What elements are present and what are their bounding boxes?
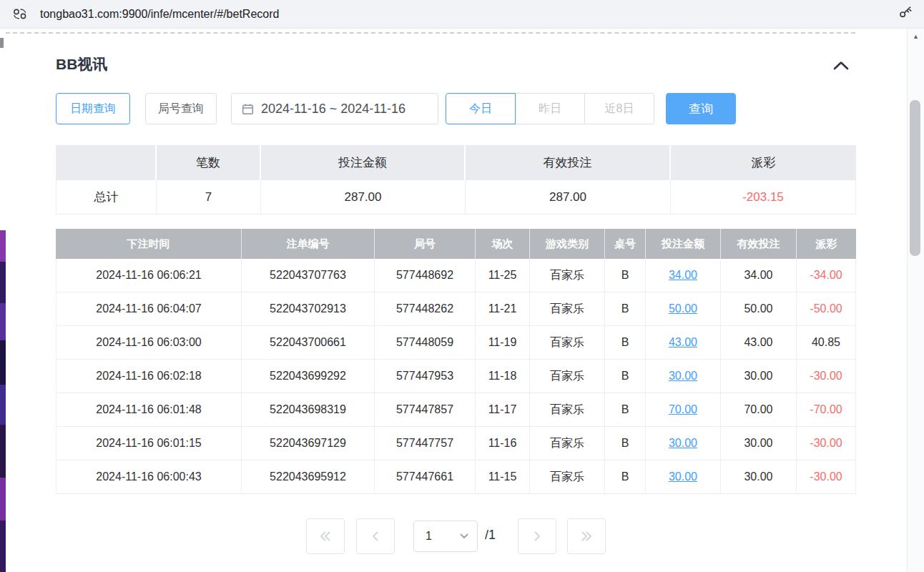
bet-amount-link[interactable]: 30.00 <box>669 470 697 483</box>
payout-cell: -30.00 <box>797 360 856 393</box>
order-no-cell: 522043700661 <box>242 326 375 360</box>
collapse-chevron-up-icon[interactable] <box>828 56 854 74</box>
session-cell: 11-16 <box>476 427 530 460</box>
next-page-button[interactable] <box>518 518 556 554</box>
table-row: 2024-11-16 06:01:48 522043698319 5774478… <box>56 393 856 427</box>
date-range-value: 2024-11-16 ~ 2024-11-16 <box>261 102 406 117</box>
bet-record-table: 下注时间 注单编号 局号 场次 游戏类别 桌号 投注金额 有效投注 派彩 202… <box>56 229 856 494</box>
bet-amount-link[interactable]: 30.00 <box>669 370 697 383</box>
table-row: 2024-11-16 06:02:18 522043699292 5774479… <box>56 360 856 393</box>
col-session: 场次 <box>476 229 530 259</box>
search-button[interactable]: 查询 <box>666 93 736 124</box>
calendar-icon <box>242 103 254 115</box>
table-no-cell: B <box>605 259 646 292</box>
last-page-button[interactable] <box>567 518 606 554</box>
game-type-cell: 百家乐 <box>530 460 605 494</box>
payout-cell: -30.00 <box>797 460 856 494</box>
yesterday-button[interactable]: 昨日 <box>515 93 585 124</box>
chevron-right-icon <box>532 531 542 541</box>
account-switch-icon[interactable] <box>6 8 34 20</box>
bet-amount-link[interactable]: 50.00 <box>669 302 697 315</box>
summary-table: 笔数 投注金额 有效投注 派彩 总计 7 287.00 287.00 -203.… <box>56 145 856 214</box>
page-total-label: /1 <box>485 528 496 543</box>
round-no-cell: 577447953 <box>375 360 476 393</box>
valid-bet-cell: 34.00 <box>721 259 797 292</box>
order-no-cell: 522043698319 <box>242 393 375 427</box>
date-query-button[interactable]: 日期查询 <box>56 93 130 124</box>
round-no-cell: 577448692 <box>375 259 476 292</box>
summary-total-label: 总计 <box>56 180 157 214</box>
payout-cell: 40.85 <box>797 326 856 360</box>
password-key-icon[interactable] <box>898 6 914 21</box>
summary-header-blank <box>56 145 157 180</box>
valid-bet-cell: 50.00 <box>721 292 797 326</box>
round-no-cell: 577447661 <box>375 460 476 494</box>
table-row: 2024-11-16 06:04:07 522043702913 5774482… <box>56 292 856 326</box>
bet-time-cell: 2024-11-16 06:01:48 <box>56 393 242 427</box>
prev-page-button[interactable] <box>356 518 395 554</box>
dashed-divider <box>6 32 855 34</box>
col-table-no: 桌号 <box>605 229 646 259</box>
summary-header-bet-amount: 投注金额 <box>261 145 466 180</box>
bet-time-cell: 2024-11-16 06:01:15 <box>56 427 242 460</box>
payout-cell: -34.00 <box>797 259 856 292</box>
vertical-scrollbar[interactable]: ▲ <box>907 29 924 572</box>
col-order-no: 注单编号 <box>242 229 375 259</box>
round-no-cell: 577448262 <box>375 292 476 326</box>
order-no-cell: 522043707763 <box>242 259 375 292</box>
bet-amount-cell: 70.00 <box>646 393 721 427</box>
col-payout: 派彩 <box>797 229 856 259</box>
summary-header-payout: 派彩 <box>671 145 856 180</box>
address-url[interactable]: tongbao31.com:9900/infe/mcenter/#/betRec… <box>40 8 898 21</box>
session-cell: 11-25 <box>476 259 530 292</box>
bet-amount-cell: 50.00 <box>646 292 721 326</box>
valid-bet-cell: 30.00 <box>721 360 797 393</box>
game-type-cell: 百家乐 <box>530 427 605 460</box>
bet-table-header: 下注时间 注单编号 局号 场次 游戏类别 桌号 投注金额 有效投注 派彩 <box>56 229 856 259</box>
summary-total-row: 总计 7 287.00 287.00 -203.15 <box>56 180 856 214</box>
bet-amount-link[interactable]: 30.00 <box>669 437 697 450</box>
page-title: BB视讯 <box>56 54 107 74</box>
bet-amount-link[interactable]: 70.00 <box>669 403 697 416</box>
table-row: 2024-11-16 06:00:43 522043695912 5774476… <box>56 460 856 494</box>
last8days-button[interactable]: 近8日 <box>584 93 654 124</box>
summary-header-valid-bet: 有效投注 <box>466 145 671 180</box>
first-page-button[interactable] <box>306 518 345 554</box>
table-no-cell: B <box>605 460 646 494</box>
valid-bet-cell: 70.00 <box>721 393 797 427</box>
summary-payout-value: -203.15 <box>671 180 856 214</box>
session-cell: 11-15 <box>476 460 530 494</box>
bet-amount-link[interactable]: 43.00 <box>669 336 697 349</box>
scrollbar-thumb[interactable] <box>910 100 920 256</box>
bet-time-cell: 2024-11-16 06:04:07 <box>56 292 242 326</box>
today-button[interactable]: 今日 <box>446 93 516 124</box>
col-valid-bet: 有效投注 <box>721 229 797 259</box>
table-row: 2024-11-16 06:01:15 522043697129 5774477… <box>56 427 856 460</box>
summary-valid-bet-value: 287.00 <box>466 180 671 214</box>
valid-bet-cell: 30.00 <box>721 460 797 494</box>
session-cell: 11-19 <box>476 326 530 360</box>
table-no-cell: B <box>605 427 646 460</box>
date-range-input[interactable]: 2024-11-16 ~ 2024-11-16 <box>231 93 438 124</box>
scroll-up-arrow-icon[interactable]: ▲ <box>908 33 924 40</box>
bet-amount-cell: 30.00 <box>646 360 721 393</box>
quick-date-button-group: 今日 昨日 近8日 <box>446 93 654 124</box>
table-no-cell: B <box>605 360 646 393</box>
background-page-edge <box>0 29 6 572</box>
table-no-cell: B <box>605 326 646 360</box>
bet-time-cell: 2024-11-16 06:02:18 <box>56 360 242 393</box>
summary-count-value: 7 <box>157 180 261 214</box>
game-type-cell: 百家乐 <box>530 326 605 360</box>
round-query-button[interactable]: 局号查询 <box>145 93 217 124</box>
bet-amount-link[interactable]: 34.00 <box>669 269 697 282</box>
col-bet-amount: 投注金额 <box>646 229 721 259</box>
session-cell: 11-17 <box>476 393 530 427</box>
order-no-cell: 522043702913 <box>242 292 375 326</box>
summary-header-count: 笔数 <box>157 145 261 180</box>
col-game-type: 游戏类别 <box>530 229 605 259</box>
session-cell: 11-21 <box>476 292 530 326</box>
payout-cell: -70.00 <box>797 393 856 427</box>
page-select[interactable]: 1 <box>413 521 478 552</box>
bet-amount-cell: 43.00 <box>646 326 721 360</box>
payout-cell: -30.00 <box>797 427 856 460</box>
